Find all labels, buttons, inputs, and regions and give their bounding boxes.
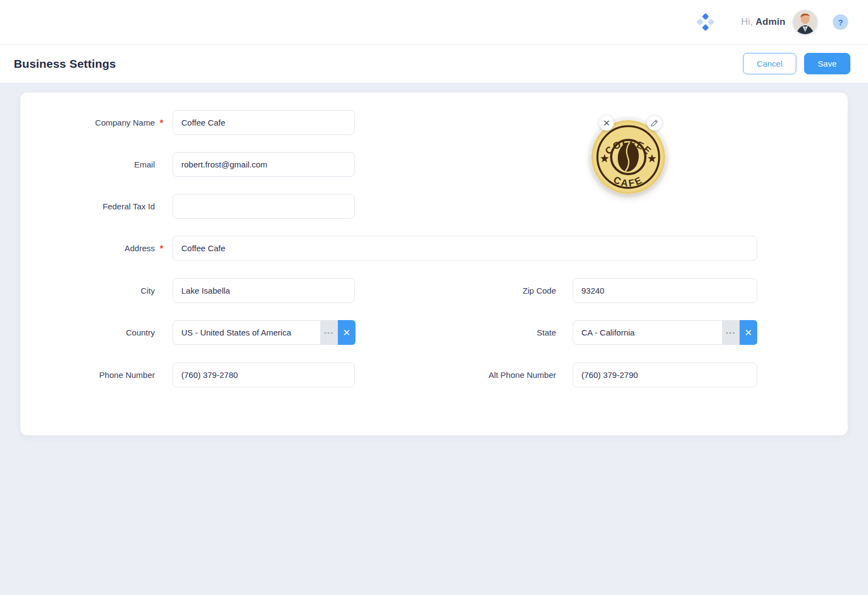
remove-logo-button[interactable]: × [599,116,614,131]
greeting-name: Admin [756,17,785,27]
country-label: Country [20,320,155,345]
save-button[interactable]: Save [804,53,850,74]
header-actions: Cancel Save [743,53,850,74]
close-icon: × [603,117,610,129]
address-label: Address [20,236,155,261]
zip-code-input[interactable] [573,278,757,303]
page-header: Business Settings Cancel Save [0,44,868,83]
country-lookup-ellipsis-icon[interactable]: ••• [320,320,338,345]
federal-tax-id-label: Federal Tax Id [20,194,155,219]
company-name-input[interactable] [172,110,355,135]
phone-number-input[interactable] [172,363,355,387]
federal-tax-id-input[interactable] [172,194,355,219]
business-settings-card: Company Name * Email Federal Tax Id Addr… [20,93,848,435]
user-avatar[interactable] [793,10,817,34]
top-bar: Hi, Admin ? [0,0,868,44]
state-input[interactable] [573,320,722,345]
phone-number-label: Phone Number [20,363,155,387]
page-title: Business Settings [14,57,116,71]
email-label: Email [20,152,155,177]
cancel-button[interactable]: Cancel [743,53,796,74]
state-clear-icon[interactable]: × [740,320,757,345]
country-lookup: ••• × [172,320,355,345]
country-input[interactable] [172,320,320,345]
content-area: Company Name * Email Federal Tax Id Addr… [0,83,868,595]
alt-phone-number-input[interactable] [573,363,757,387]
user-greeting: Hi, Admin [741,17,785,28]
company-name-required-marker: * [160,110,171,135]
country-clear-icon[interactable]: × [338,320,355,345]
greeting-prefix: Hi, [741,17,753,27]
help-glyph: ? [838,18,843,27]
email-field[interactable] [172,152,355,177]
alt-phone-number-label: Alt Phone Number [407,363,556,387]
state-label: State [407,320,556,345]
address-required-marker: * [160,236,171,261]
pencil-icon [650,119,659,127]
apps-grid-icon[interactable] [696,13,715,31]
state-lookup: ••• × [573,320,757,345]
city-label: City [20,278,155,303]
zip-code-label: Zip Code [407,278,556,303]
address-input[interactable] [172,236,757,261]
state-lookup-ellipsis-icon[interactable]: ••• [722,320,740,345]
city-input[interactable] [172,278,355,303]
help-icon[interactable]: ? [833,14,848,30]
company-logo: COFFEE CAFE [591,120,665,194]
edit-logo-button[interactable] [647,116,662,131]
company-name-label: Company Name [20,110,155,135]
